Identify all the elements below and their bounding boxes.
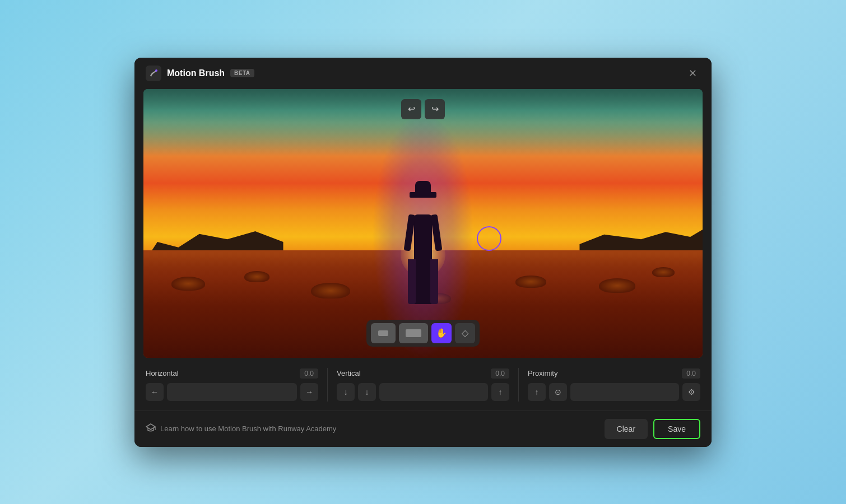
brush-erase-button[interactable]: ◇	[455, 323, 475, 343]
brush-toolbar: ✋ ◇	[366, 320, 480, 347]
proximity-top: Proximity 0.0	[528, 368, 700, 379]
horizontal-left-button[interactable]: ←	[146, 383, 164, 401]
horizontal-top: Horizontal 0.0	[146, 368, 318, 379]
motion-brush-modal: Motion Brush BETA ✕	[134, 58, 712, 447]
academy-text: Learn how to use Motion Brush with Runwa…	[160, 424, 336, 433]
vertical-label: Vertical	[337, 369, 361, 377]
horizontal-inputs: ← →	[146, 383, 318, 401]
canvas-undo-redo: ↩ ↪	[401, 99, 445, 119]
title-bar: Motion Brush BETA ✕	[134, 58, 712, 89]
redo-button[interactable]: ↪	[425, 99, 445, 119]
vertical-control: Vertical 0.0 ↓ ↓ ↑	[337, 368, 509, 401]
shrub	[171, 277, 205, 291]
vertical-top: Vertical 0.0	[337, 368, 509, 379]
shrub	[599, 278, 635, 293]
vertical-up-button[interactable]: ↑	[491, 383, 509, 401]
proximity-value: 0.0	[682, 368, 700, 379]
shrub	[311, 283, 350, 298]
brush-size-large-button[interactable]	[399, 323, 428, 343]
vertical-down-button[interactable]: ↓	[358, 383, 376, 401]
proximity-label: Proximity	[528, 369, 557, 377]
footer: Learn how to use Motion Brush with Runwa…	[134, 410, 712, 447]
academy-link[interactable]: Learn how to use Motion Brush with Runwa…	[146, 423, 336, 435]
vertical-slider[interactable]	[379, 383, 488, 401]
brush-paint-button[interactable]: ✋	[431, 323, 452, 343]
horizontal-value: 0.0	[300, 368, 318, 379]
modal-title: Motion Brush	[167, 68, 225, 78]
vertical-value: 0.0	[491, 368, 509, 379]
close-button[interactable]: ✕	[685, 66, 700, 81]
proximity-up-button[interactable]: ↑	[528, 383, 546, 401]
horizontal-control: Horizontal 0.0 ← →	[146, 368, 318, 401]
vertical-right-button[interactable]: ↓	[337, 383, 355, 401]
brush-size-small-button[interactable]	[371, 323, 396, 343]
shrub	[244, 271, 269, 282]
title-left: Motion Brush BETA	[146, 66, 254, 81]
footer-buttons: Clear Save	[605, 419, 700, 439]
proximity-inputs: ↑ ⊙ ⚙	[528, 383, 700, 401]
cowboy-silhouette	[403, 181, 443, 304]
beta-badge: BETA	[230, 69, 254, 77]
academy-icon	[146, 423, 156, 435]
divider-1	[327, 368, 328, 402]
svg-point-0	[155, 69, 157, 72]
canvas-background	[143, 89, 703, 358]
proximity-settings-button[interactable]: ⚙	[682, 383, 700, 401]
save-button[interactable]: Save	[653, 419, 700, 439]
shrub	[515, 276, 546, 288]
motion-brush-icon	[146, 66, 161, 81]
proximity-slider[interactable]	[570, 383, 679, 401]
canvas-area[interactable]: ↩ ↪ ✋ ◇	[143, 89, 703, 358]
undo-button[interactable]: ↩	[401, 99, 421, 119]
shrub	[652, 267, 675, 277]
clear-button[interactable]: Clear	[605, 419, 648, 439]
divider-2	[518, 368, 519, 402]
proximity-control: Proximity 0.0 ↑ ⊙ ⚙	[528, 368, 700, 401]
horizontal-right-button[interactable]: →	[300, 383, 318, 401]
controls-row: Horizontal 0.0 ← → Vertical 0.0 ↓ ↓ ↑	[134, 358, 712, 410]
vertical-inputs: ↓ ↓ ↑	[337, 383, 509, 401]
horizontal-label: Horizontal	[146, 369, 179, 377]
proximity-center-button[interactable]: ⊙	[549, 383, 567, 401]
horizontal-slider[interactable]	[167, 383, 297, 401]
